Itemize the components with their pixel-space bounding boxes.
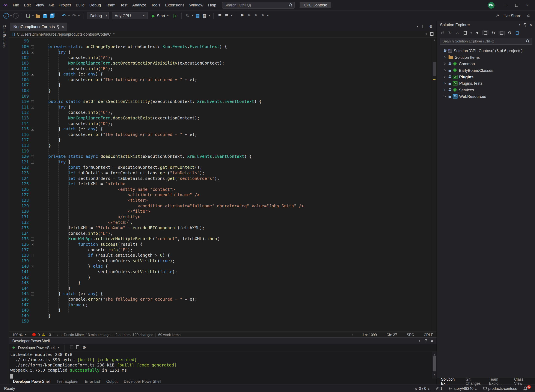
tree-item-services[interactable]: ▷Services [437,86,535,93]
fold-collapse-icon[interactable]: - [31,51,34,54]
code-line-102[interactable]: 102 console.info("A"); [9,55,437,61]
history-forward-icon[interactable]: ↻ [447,30,452,35]
menu-file[interactable]: File [10,0,21,10]
git-changes-link[interactable]: 2 authors, 120 changes [116,332,153,336]
pending-edits[interactable]: 1 [436,387,442,391]
data-sources-tab[interactable]: Data Sources [2,25,6,48]
code-line-137[interactable]: 137 console.info("F"); [9,247,437,253]
navigate-back-icon[interactable]: ← [3,13,9,19]
code-line-129[interactable]: 129 <condition attribute="fullname" oper… [9,203,437,209]
menu-edit[interactable]: Edit [21,0,33,10]
pending-changes-filter-icon[interactable] [475,32,480,34]
se-tab-solution-ex[interactable]: Solution Ex... [441,377,461,385]
code-line-130[interactable]: 130 </filter> [9,209,437,214]
panel-menu-chevron-icon[interactable]: ▾ [419,340,420,342]
live-share-label[interactable]: Live Share [502,14,521,18]
zoom-dropdown[interactable]: 100 %▾ [12,332,30,336]
code-line-144[interactable]: 144 ) [9,286,437,291]
menu-analyze[interactable]: Analyze [130,0,149,10]
code-line-106[interactable]: 106 console.error("The following error o… [9,77,437,83]
code-line-125[interactable]: 125 let fetchXML = `<fetch> [9,181,437,187]
preview-selected-items-icon[interactable] [515,31,520,35]
close-window-button[interactable]: × [522,0,533,10]
next-issue-icon[interactable]: ↓ [57,333,59,336]
scrollbar-thumb[interactable] [433,62,436,76]
git-blame-link[interactable]: Dustin Miner, 13 minutes ago [64,332,110,336]
tree-item-solution-cpl-contoso-6-of-6-projects[interactable]: Solution 'CPL.Contoso' (6 of 6 projects) [437,47,535,54]
menu-git[interactable]: Git [46,0,56,10]
code-line-118[interactable]: 118 } [9,143,437,148]
code-line-100[interactable]: 100- private static onChangeType(executi… [9,44,437,50]
code-line-148[interactable]: 148 } [9,308,437,313]
code-line-133[interactable]: 133 fetchXML = "?fetchXml=" + encodeURIC… [9,225,437,231]
code-line-141[interactable]: 141 sectionOrders.setVisible(false); [9,269,437,275]
git-repo[interactable]: products-contoso [483,387,517,391]
fold-collapse-icon[interactable]: - [31,265,34,268]
code-line-126[interactable]: 126 <entity name="contact"> [9,187,437,192]
codelens-left-icon[interactable]: ‹ [60,333,61,336]
menu-window[interactable]: Window [187,0,206,10]
panel-close-icon[interactable]: × [431,339,433,343]
warning-count[interactable]: 13 [47,332,51,336]
tree-item-plugins[interactable]: ▷C#Plugins [437,74,535,80]
configuration-dropdown[interactable]: Debug▾ [88,12,109,19]
expand-chevron-icon[interactable]: ▷ [444,82,447,85]
code-line-138[interactable]: 138- if (result.entities.length > 0) { [9,253,437,258]
tree-item-common[interactable]: ▷Common [437,61,535,67]
maximize-button[interactable] [511,0,522,10]
expand-chevron-icon[interactable]: ▷ [444,56,447,59]
sync-with-active-document-icon[interactable] [483,30,488,35]
menu-project[interactable]: Project [56,0,73,10]
panel-tab-error-list[interactable]: Error List [85,379,100,383]
menu-build[interactable]: Build [73,0,87,10]
redo-dropdown-icon[interactable]: ▾ [78,14,79,17]
editor-tab-noncomplianceform[interactable]: NonComplianceForm.ts × [10,23,67,31]
start-without-debugging-icon[interactable]: ▷ [172,12,178,19]
test-explorer-icon[interactable]: ▦ [195,12,200,19]
live-share-icon[interactable]: ↗ [494,12,500,19]
menu-help[interactable]: Help [206,0,219,10]
code-line-113[interactable]: 113 NonComplianceForm.doesContactExist(e… [9,115,437,121]
collapse-all-icon[interactable] [499,31,505,35]
scroll-up-icon[interactable]: ▲ [432,38,437,41]
bookmark-previous-icon[interactable]: ⚑ [246,12,252,19]
debug-windows-icon[interactable]: ▦ [202,12,207,19]
code-line-134[interactable]: 134 console.info("E"); [9,231,437,236]
new-project-icon[interactable] [25,12,31,19]
code-line-127[interactable]: 127 <attribute name="fullname" /> [9,192,437,198]
start-debugging-button[interactable]: ▶ Start ▾ [150,12,171,19]
copy-icon[interactable] [70,345,73,350]
code-line-107[interactable]: 107 } [9,82,437,88]
terminal-scrollbar[interactable]: ▲ ▼ [432,351,437,378]
fold-collapse-icon[interactable]: - [31,128,34,131]
code-line-108[interactable]: 108 } [9,88,437,93]
code-line-101[interactable]: 101- try { [9,49,437,55]
code-line-149[interactable]: 149 } [9,313,437,319]
fold-collapse-icon[interactable]: - [31,254,34,257]
history-back-icon[interactable]: ↺ [440,30,445,35]
code-line-122[interactable]: 122 const formContext = executionContext… [9,165,437,170]
code-line-131[interactable]: 131 </entity> [9,214,437,220]
code-line-124[interactable]: 124 let sectionOrders = tabDetails.secti… [9,176,437,181]
code-line-140[interactable]: 140- } else { [9,264,437,269]
se-close-icon[interactable]: × [530,23,532,27]
code-line-99[interactable]: 99 [9,38,437,44]
shell-selector-dropdown[interactable]: Developer PowerShell▾ [18,345,59,350]
bookmark-toggle-icon[interactable]: ⚑ [239,12,245,19]
code-line-121[interactable]: 121- try { [9,159,437,165]
code-line-116[interactable]: 116 console.error("The following error o… [9,132,437,137]
panel-pin-icon[interactable] [425,340,427,341]
code-line-146[interactable]: 146 console.error("The following error o… [9,297,437,302]
navigate-back-dropdown-icon[interactable]: ▾ [10,14,12,17]
new-terminal-icon[interactable]: + [12,345,15,350]
editor-options-gear-icon[interactable]: ⚙ [429,24,433,29]
fold-collapse-icon[interactable]: - [31,73,34,76]
panel-tab-test-explorer[interactable]: Test Explorer [57,379,79,383]
code-line-135[interactable]: 135- Xrm.WebApi.retrieveMultipleRecords(… [9,236,437,242]
code-line-147[interactable]: 147 throw e; [9,302,437,308]
new-project-dropdown-icon[interactable]: ▾ [32,14,33,17]
breadcrumb-path[interactable]: C:\Users\dminer\source\repos\products-co… [17,32,111,36]
switch-views-icon[interactable] [463,31,467,35]
platform-dropdown[interactable]: Any CPU▾ [112,12,148,19]
se-tab-git-changes[interactable]: Git Changes [465,377,484,385]
